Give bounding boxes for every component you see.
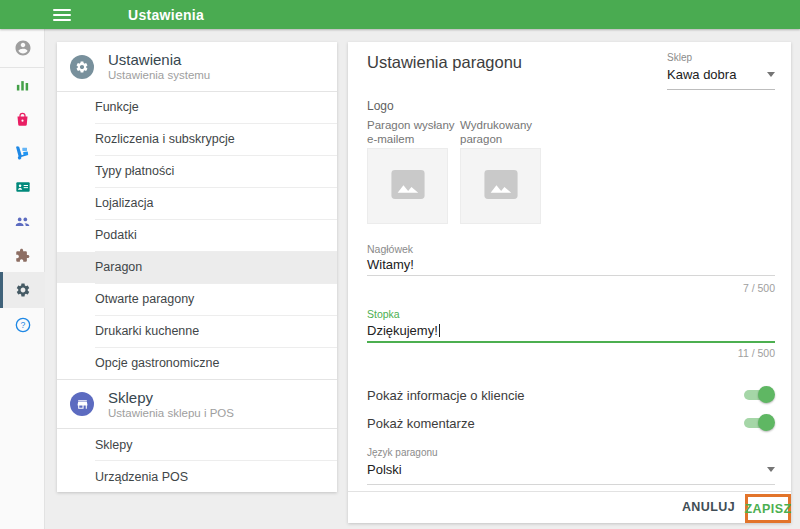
- header-field-counter: 7 / 500: [743, 282, 775, 294]
- chevron-down-icon: [767, 72, 775, 77]
- nav-item-typy-platnosci[interactable]: Typy płatności: [57, 156, 337, 187]
- logo-printed-label: Wydrukowany paragon: [460, 118, 544, 146]
- topbar: Ustawienia: [0, 0, 800, 29]
- show-client-info-label: Pokaż informacje o kliencie: [367, 388, 525, 403]
- rail-item-customers[interactable]: [0, 170, 45, 204]
- rail-item-employees[interactable]: [0, 204, 45, 238]
- avatar-icon: [14, 39, 32, 57]
- shop-select-label: Sklep: [667, 52, 775, 63]
- button-bar-divider: [348, 491, 791, 492]
- header-field-input[interactable]: Witamy!: [367, 257, 414, 272]
- rail-item-reports[interactable]: [0, 68, 45, 102]
- nav-section-header-sklepy: Sklepy Ustawienia sklepu i POS: [57, 379, 337, 430]
- panel-title: Ustawienia paragonu: [367, 53, 522, 72]
- save-button[interactable]: ZAPISZ: [745, 502, 792, 516]
- rail-item-profile[interactable]: [0, 29, 45, 67]
- logo-label: Logo: [367, 99, 394, 113]
- bar-chart-icon: [15, 78, 30, 93]
- header-field-label: Nagłówek: [367, 243, 413, 255]
- store-circle-icon: [70, 392, 94, 416]
- language-select[interactable]: Język paragonu Polski: [367, 447, 775, 485]
- rail-item-integrations[interactable]: [0, 238, 45, 272]
- contact-card-icon: [15, 179, 31, 195]
- hand-truck-icon: [15, 145, 31, 161]
- logo-email-label: Paragon wysłany e-mailem: [367, 118, 465, 146]
- toggle-knob: [758, 386, 775, 403]
- rail-item-settings[interactable]: [0, 272, 45, 308]
- nav-section-title: Sklepy: [108, 390, 234, 405]
- show-client-info-toggle[interactable]: [744, 386, 775, 404]
- language-select-value: Polski: [367, 462, 402, 477]
- gear-icon: [15, 282, 31, 298]
- rail-item-help[interactable]: ?: [0, 308, 45, 342]
- nav-section-subtitle: Ustawienia sklepu i POS: [108, 408, 234, 420]
- gear-circle-icon: [70, 55, 94, 79]
- image-placeholder-icon: [391, 170, 425, 203]
- puzzle-icon: [15, 248, 30, 263]
- footer-field-counter: 11 / 500: [738, 347, 775, 359]
- language-select-label: Język paragonu: [367, 447, 775, 458]
- shop-select-value: Kawa dobra: [667, 67, 736, 82]
- nav-item-opcje-gastronomiczne[interactable]: Opcje gastronomiczne: [57, 348, 337, 379]
- nav-item-sklepy[interactable]: Sklepy: [57, 429, 337, 460]
- shop-select[interactable]: Sklep Kawa dobra: [667, 52, 775, 90]
- nav-item-urzadzenia-pos[interactable]: Urządzenia POS: [57, 461, 337, 492]
- nav-section-header-settings: Ustawienia Ustawienia systemu: [57, 42, 337, 92]
- show-comments-label: Pokaż komentarze: [367, 416, 475, 431]
- rail-item-items[interactable]: [0, 102, 45, 136]
- nav-section-title: Ustawienia: [108, 52, 210, 67]
- text-cursor: [439, 324, 440, 337]
- cancel-button[interactable]: ANULUJ: [682, 500, 735, 514]
- icon-rail: ?: [0, 29, 45, 529]
- settings-nav-panel: Ustawienia Ustawienia systemu Funkcje Ro…: [57, 42, 337, 492]
- show-comments-toggle[interactable]: [744, 414, 775, 432]
- nav-item-podatki[interactable]: Podatki: [57, 220, 337, 251]
- nav-item-otwarte-paragony[interactable]: Otwarte paragony: [57, 284, 337, 315]
- footer-field-underline: [367, 341, 775, 343]
- logo-printed-upload[interactable]: [460, 148, 541, 224]
- nav-item-rozliczenia[interactable]: Rozliczenia i subskrypcje: [57, 124, 337, 155]
- image-placeholder-icon: [484, 170, 518, 203]
- help-icon: ?: [15, 317, 31, 333]
- svg-text:?: ?: [20, 320, 25, 330]
- toggle-knob: [758, 414, 775, 431]
- basket-icon: [15, 112, 30, 127]
- footer-field-input[interactable]: Dziękujemy!: [367, 323, 440, 338]
- menu-icon[interactable]: [53, 9, 71, 21]
- save-button-highlight-box: ZAPISZ: [745, 494, 791, 523]
- chevron-down-icon: [767, 467, 775, 472]
- footer-field-label: Stopka: [367, 308, 400, 320]
- header-field-underline: [367, 275, 775, 276]
- nav-item-funkcje[interactable]: Funkcje: [57, 92, 337, 123]
- receipt-settings-panel: Ustawienia paragonu Sklep Kawa dobra Log…: [348, 42, 791, 523]
- nav-item-drukarki-kuchenne[interactable]: Drukarki kuchenne: [57, 316, 337, 347]
- nav-section-subtitle: Ustawienia systemu: [108, 70, 210, 82]
- nav-item-paragon[interactable]: Paragon: [57, 252, 337, 283]
- logo-email-upload[interactable]: [367, 148, 448, 224]
- people-icon: [14, 213, 31, 230]
- page-title: Ustawienia: [128, 7, 204, 23]
- rail-item-inventory[interactable]: [0, 136, 45, 170]
- nav-item-lojalizacja[interactable]: Lojalizacja: [57, 188, 337, 219]
